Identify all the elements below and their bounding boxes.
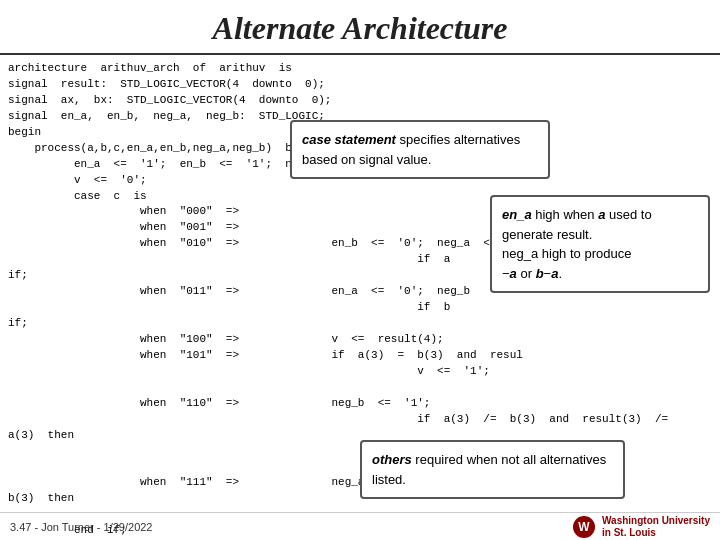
- footer: 3.47 - Jon Turner - 1/29/2022 W Washingt…: [0, 512, 720, 540]
- callout-case-statement: case statement specifies alternatives ba…: [290, 120, 550, 179]
- wustl-bear-icon: W: [572, 515, 596, 539]
- callout-others: others required when not all alternative…: [360, 440, 625, 499]
- callout2-text1: high when: [532, 207, 599, 222]
- footer-credit: 3.47 - Jon Turner - 1/29/2022: [10, 521, 152, 533]
- callout3-italic: others: [372, 452, 412, 467]
- callout2-italic1: en_a: [502, 207, 532, 222]
- footer-logo: W Washington University in St. Louis: [572, 515, 710, 539]
- page-title: Alternate Architecture: [0, 10, 720, 47]
- footer-logo-text: Washington University in St. Louis: [602, 515, 710, 539]
- footer-logo-line2: in St. Louis: [602, 527, 710, 539]
- callout1-italic: case statement: [302, 132, 396, 147]
- callout-en-a: en_a high when a used to generate result…: [490, 195, 710, 293]
- svg-text:W: W: [578, 520, 590, 534]
- title-area: Alternate Architecture: [0, 0, 720, 55]
- footer-logo-line1: Washington University: [602, 515, 710, 527]
